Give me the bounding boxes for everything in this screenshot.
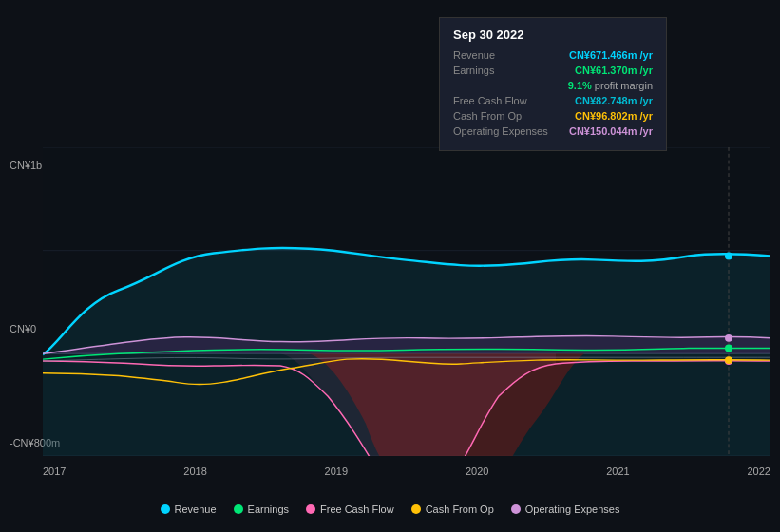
legend: Revenue Earnings Free Cash Flow Cash Fro… (0, 504, 780, 515)
tooltip-value-revenue: CN¥671.466m /yr (569, 49, 653, 61)
tooltip-box: Sep 30 2022 Revenue CN¥671.466m /yr Earn… (439, 17, 667, 151)
y-label-top: CN¥1b (10, 160, 42, 171)
svg-point-7 (725, 253, 732, 260)
legend-label-opex: Operating Expenses (525, 504, 620, 515)
legend-item-earnings[interactable]: Earnings (234, 504, 289, 515)
tooltip-label-fcf: Free Cash Flow (453, 95, 527, 106)
legend-label-earnings: Earnings (248, 504, 289, 515)
tooltip-profit-margin: 9.1% profit margin (453, 80, 653, 91)
legend-dot-cashfromop (411, 504, 421, 514)
legend-dot-opex (511, 504, 521, 514)
legend-item-cashfromop[interactable]: Cash From Op (411, 504, 494, 515)
svg-point-8 (725, 345, 732, 352)
tooltip-row-revenue: Revenue CN¥671.466m /yr (453, 49, 653, 61)
tooltip-value-earnings: CN¥61.370m /yr (575, 65, 653, 76)
x-label-2019: 2019 (325, 466, 348, 477)
tooltip-date: Sep 30 2022 (453, 28, 653, 42)
tooltip-label-earnings: Earnings (453, 65, 494, 76)
x-label-2021: 2021 (606, 466, 629, 477)
chart-area (43, 147, 770, 456)
chart-container: Sep 30 2022 Revenue CN¥671.466m /yr Earn… (0, 0, 780, 532)
legend-dot-revenue (161, 504, 170, 514)
tooltip-label-cashfromop: Cash From Op (453, 110, 522, 122)
legend-label-revenue: Revenue (175, 504, 217, 515)
svg-point-10 (725, 356, 732, 364)
legend-item-opex[interactable]: Operating Expenses (511, 504, 620, 515)
legend-dot-fcf (306, 504, 315, 514)
chart-svg (43, 147, 770, 456)
x-axis-labels: 2017 2018 2019 2020 2021 2022 (43, 466, 770, 477)
x-label-2020: 2020 (466, 466, 488, 477)
x-label-2018: 2018 (183, 466, 206, 477)
legend-label-cashfromop: Cash From Op (426, 504, 494, 515)
legend-item-fcf[interactable]: Free Cash Flow (306, 504, 394, 515)
tooltip-row-earnings: Earnings CN¥61.370m /yr (453, 65, 653, 76)
x-label-2017: 2017 (43, 466, 66, 477)
tooltip-row-fcf: Free Cash Flow CN¥82.748m /yr (453, 95, 653, 106)
tooltip-row-opex: Operating Expenses CN¥150.044m /yr (453, 125, 653, 137)
tooltip-value-fcf: CN¥82.748m /yr (575, 95, 653, 106)
y-label-zero: CN¥0 (10, 323, 36, 334)
tooltip-label-revenue: Revenue (453, 49, 495, 61)
legend-dot-earnings (234, 504, 243, 514)
x-label-2022: 2022 (747, 466, 770, 477)
tooltip-value-cashfromop: CN¥96.802m /yr (575, 110, 653, 122)
tooltip-row-cashfromop: Cash From Op CN¥96.802m /yr (453, 110, 653, 122)
tooltip-label-opex: Operating Expenses (453, 125, 548, 137)
tooltip-value-opex: CN¥150.044m /yr (569, 125, 653, 137)
svg-point-11 (725, 334, 732, 342)
legend-item-revenue[interactable]: Revenue (161, 504, 217, 515)
legend-label-fcf: Free Cash Flow (320, 504, 394, 515)
